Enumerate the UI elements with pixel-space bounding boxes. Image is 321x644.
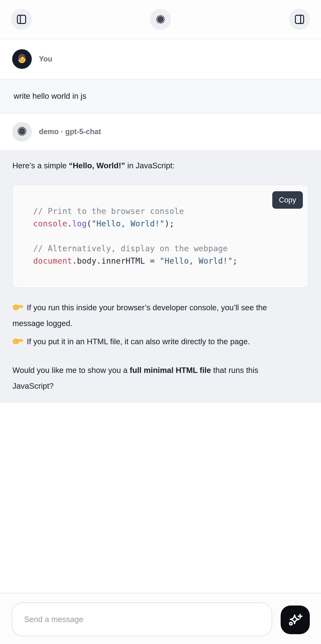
user-message-text: write hello world in js [13, 92, 86, 100]
pointing-hand-emoji-icon [12, 335, 23, 346]
assistant-sender-row: demo · gpt-5-chat [0, 113, 321, 150]
assistant-paragraph-intro: Here’s a simple “Hello, World!” in JavaS… [12, 158, 275, 174]
right-panel-toggle-button[interactable] [289, 9, 310, 30]
code-line-document: document.body.innerHTML = "Hello, World!… [33, 255, 302, 267]
intro-prefix: Here’s a simple [12, 161, 69, 170]
user-avatar [12, 49, 32, 69]
sparkle-plus-icon [287, 611, 304, 629]
tip-html-file: If you put it in an HTML file, it can al… [12, 334, 275, 350]
code-line-comment-1: // Print to the browser console [33, 205, 302, 218]
assistant-sender-name: demo · gpt-5-chat [39, 128, 101, 136]
starburst-logo-icon [155, 14, 166, 24]
chat-page: You write hello world in js dem [0, 0, 321, 644]
assistant-avatar [12, 122, 32, 142]
question-bold: full minimal HTML file [130, 366, 211, 374]
code-line-blank [33, 230, 302, 242]
user-sender-row: You [0, 39, 321, 79]
copy-code-button[interactable]: Copy [272, 191, 303, 209]
intro-bold: “Hello, World!” [69, 161, 125, 170]
user-sender-name: You [39, 55, 52, 63]
tip-console: If you run this inside your browser’s de… [12, 300, 275, 331]
panel-left-icon [16, 14, 27, 25]
user-message: write hello world in js [0, 79, 321, 113]
question-prefix: Would you like me to show you a [12, 366, 130, 374]
starburst-icon [17, 126, 27, 138]
top-bar [0, 0, 321, 39]
intro-suffix: in JavaScript: [125, 161, 175, 170]
tip-console-text: If you run this inside your browser’s de… [12, 303, 267, 328]
code-line-console-log: console.log("Hello, World!"); [33, 218, 302, 230]
message-input[interactable] [12, 602, 272, 636]
code-content: // Print to the browser consoleconsole.l… [13, 185, 308, 287]
composer-bar [0, 593, 321, 644]
assistant-message: Here’s a simple “Hello, World!” in JavaS… [0, 150, 321, 402]
person-emoji-icon [14, 51, 29, 67]
app-logo-button[interactable] [150, 9, 171, 30]
sidebar-toggle-button[interactable] [11, 9, 32, 30]
send-button[interactable] [281, 606, 310, 634]
pointing-hand-emoji-icon [12, 301, 23, 312]
panel-right-icon [294, 14, 305, 25]
assistant-paragraph-question: Would you like me to show you a full min… [12, 362, 275, 394]
code-line-comment-2: // Alternatively, display on the webpage [33, 242, 302, 255]
tip-html-file-text: If you put it in an HTML file, it can al… [27, 337, 250, 346]
code-block: Copy // Print to the browser consolecons… [12, 184, 309, 288]
